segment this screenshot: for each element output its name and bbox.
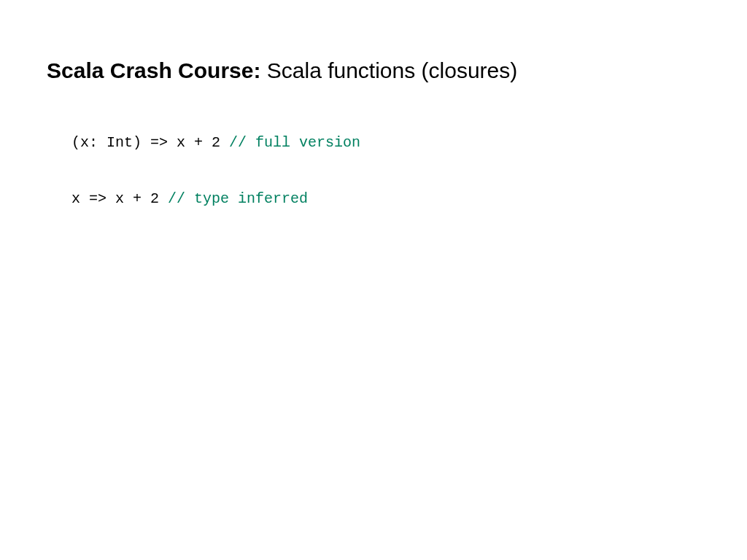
code-comment-1: // full version — [229, 134, 360, 151]
code-text-1: (x: Int) => x + 2 — [71, 134, 229, 151]
code-line-1: (x: Int) => x + 2 // full version — [71, 134, 700, 151]
code-text-2: x => x + 2 — [71, 190, 168, 207]
code-line-2: x => x + 2 // type inferred — [71, 190, 700, 207]
code-comment-2: // type inferred — [168, 190, 308, 207]
slide-container: Scala Crash Course: Scala functions (clo… — [0, 0, 747, 305]
title-regular-part: Scala functions (closures) — [260, 58, 517, 82]
title-bold-part: Scala Crash Course: — [47, 58, 260, 82]
slide-title: Scala Crash Course: Scala functions (clo… — [47, 58, 700, 83]
